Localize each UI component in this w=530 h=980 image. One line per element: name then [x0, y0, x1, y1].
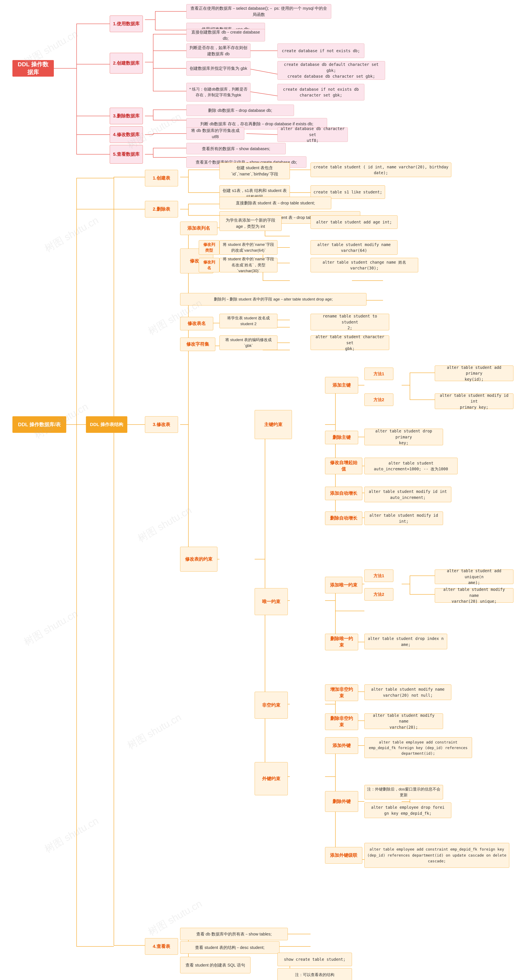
create-db-leaf-2: 判断是否存在，如果不存在则创建数据库 db	[186, 43, 251, 58]
alter-db-leaf-1: 将 db 数据库的字符集改成 utf8	[186, 127, 244, 140]
create-db-leaf-3: 创建数据库并指定字符集为 gbk	[186, 61, 251, 76]
unique-method2-code: alter table student modify name varchar(…	[435, 588, 513, 603]
cat-alter-charset: 修改字符集	[180, 337, 215, 351]
cat-alter-table: 3.修改表	[145, 416, 178, 433]
svg-line-4	[246, 134, 278, 135]
cat-show-table: 4.查看表	[145, 938, 178, 955]
alter-col-name-label: 修改列名	[199, 258, 219, 272]
alter-auto-incr-code: alter table student auto_increment=1000;…	[364, 458, 457, 474]
cat-alter-auto-incr: 修改自增起始值	[325, 458, 362, 474]
cat-fk-constraint: 外键约束	[255, 762, 288, 795]
cat-show-db: 5.查看数据库	[110, 145, 143, 164]
watermark-8: 树图 shutu.cn	[125, 711, 184, 752]
drop-notnull-code: alter table student modify name varchar(…	[364, 713, 443, 729]
drop-col-leaf: 删除列－删除 student 表中的字段 age－alter table stu…	[180, 293, 367, 305]
cat-create-db: 2.创建数据库	[110, 53, 143, 73]
add-notnull-code: alter table student modify name varchar(…	[364, 684, 451, 700]
alter-col-name-desc: 将 student 表中的`name`字段名改成`姓名`，类型`varchar(…	[219, 258, 278, 272]
cat-use-db: 1.使用数据库	[110, 16, 143, 32]
cat-drop-pk: 删除主键	[325, 431, 358, 444]
alter-col-type-code: alter table student modify name varchar(…	[311, 240, 398, 255]
alter-charset-code: alter table student character set gbk;	[311, 336, 389, 350]
cat-add-col: 添加表列名	[180, 221, 217, 235]
show-table-code-3a: show create table student;	[278, 953, 352, 966]
cat-unique-constraint: 唯一约束	[255, 588, 288, 615]
alter-db-code-1: alter database db character set utf8;	[278, 127, 348, 142]
drop-fk-code: alter table employee drop forei gn key e…	[364, 802, 451, 818]
watermark-6: 树图 shutu.cn	[135, 504, 194, 545]
pk-method1-code: alter table student add primary key(id);	[435, 366, 513, 381]
cat-add-fk: 添加外键	[325, 737, 358, 754]
svg-line-2	[246, 68, 278, 74]
cat-pk-constraint: 主键约束	[255, 410, 292, 439]
root-ddl-table: DDL 操作数据库/表	[13, 416, 66, 433]
watermark-3: 树图 shutu.cn	[42, 214, 101, 255]
drop-db-leaf-1: 删除 db数据库－drop database db;	[186, 105, 294, 116]
unique-method2-label: 方法2	[364, 588, 394, 601]
use-db-leaf-1: 查看正在使用的数据库－select database();－ ps: 使用的一个…	[186, 4, 331, 19]
alter-charset-desc: 将 student 表的编码修改成`gbk`	[219, 336, 278, 350]
drop-unique-code: alter table student drop index n ame;	[364, 634, 447, 649]
cat-add-fk-cascade: 添加外键级联	[325, 847, 362, 864]
rename-table-code: rename table student to student 2;	[311, 314, 389, 330]
create-db-leaf-1: 直接创建数据库 db－create database db;	[186, 29, 265, 41]
cat-drop-auto-incr: 删除自动增长	[325, 512, 362, 525]
drop-table-leaf-1: 直接删除表 student 表－drop table student;	[219, 197, 331, 209]
cat-add-auto-incr: 添加自动增长	[325, 487, 362, 500]
create-db-code-3: create database db default character set…	[278, 61, 385, 80]
show-table-leaf-3: 查看 student 的创建表 SQL 语句	[180, 957, 251, 974]
add-auto-incr-code: alter table student modify id int auto_i…	[364, 487, 451, 502]
pk-method1-label: 方法1	[364, 368, 394, 380]
alter-col-type-label: 修改列类型	[199, 240, 219, 255]
cat-create-table: 1.创建表	[145, 170, 178, 186]
create-db-code-4: create database if not exists db charact…	[278, 84, 364, 100]
show-table-code-3b: 注：可以查看表的结构	[278, 968, 352, 980]
drop-auto-incr-code: alter table student modify id int;	[364, 512, 443, 525]
root-ddl-database: DDL 操作数据库	[13, 60, 54, 76]
cat-alter-constraint: 修改表的约束	[180, 547, 217, 571]
show-table-leaf-1: 查看 db 数据库中的所有表－show tables;	[180, 928, 288, 940]
cat-add-notnull: 增加非空约束	[325, 684, 358, 701]
alter-col-type-desc: 将 student 表中的`name`字段的改成`varchar(64)`	[219, 240, 278, 255]
watermark-9: 树图 shutu.cn	[42, 814, 101, 856]
show-table-leaf-2: 查看 student 表的结构－desc student;	[180, 941, 279, 954]
drop-pk-code: alter table student drop primary key;	[364, 429, 443, 445]
pk-method2-code: alter table student modify id int primar…	[435, 393, 513, 409]
alter-col-name-code: alter table student change name 姓名 varch…	[311, 258, 418, 272]
create-table-desc-1: 创建 student 表包含`id`,`name`,`birthday`字段	[219, 162, 290, 179]
cat-add-pk: 添加主键	[325, 377, 358, 393]
svg-line-3	[246, 91, 278, 96]
unique-method1-code: alter table student add unique(n ame);	[435, 570, 513, 584]
add-fk-code: alter table employee add constraint emp_…	[364, 737, 472, 758]
add-col-desc: 为学生表添加一个新的字段 age，类型为 int	[219, 215, 282, 231]
show-db-leaf-1: 查看所有的数据库－show databases;	[186, 143, 286, 154]
add-fk-cascade-code: alter table employee add constraint emp_…	[364, 843, 509, 868]
cat-drop-unique: 删除唯一约束	[325, 634, 358, 650]
unique-method1-label: 方法1	[364, 570, 394, 582]
cat-drop-table: 2.删除表	[145, 201, 178, 218]
cat-rename-table: 修改表名	[180, 317, 213, 330]
drop-fk-note: 注：外键删除后，dos窗口显示的信息不会更新	[364, 785, 443, 799]
watermark-7: 树图 shutu.cn	[21, 607, 80, 649]
cat-notnull-constraint: 非空约束	[255, 692, 288, 719]
add-col-code: alter table student add age int;	[311, 215, 398, 229]
create-table-code-1: create table student ( id int, name varc…	[311, 162, 451, 177]
root-ddl-table-structure: DDL 操作表结构	[86, 416, 127, 433]
create-db-code-2: create database if not exists db;	[278, 43, 364, 58]
cat-drop-db: 3.删除数据库	[110, 108, 143, 124]
cat-drop-fk: 删除外键	[325, 791, 358, 812]
create-db-leaf-4: * 练习：创建db数据库，判断是否存在，并制定字符集为gbk	[186, 83, 251, 102]
cat-alter-db: 4.修改数据库	[110, 126, 143, 143]
cat-add-unique: 添加唯一约束	[325, 577, 362, 593]
cat-drop-notnull: 删除非空约束	[325, 713, 358, 730]
pk-method2-label: 方法2	[364, 393, 394, 406]
rename-table-desc: 将学生表 student 改名成 student 2	[219, 314, 278, 328]
